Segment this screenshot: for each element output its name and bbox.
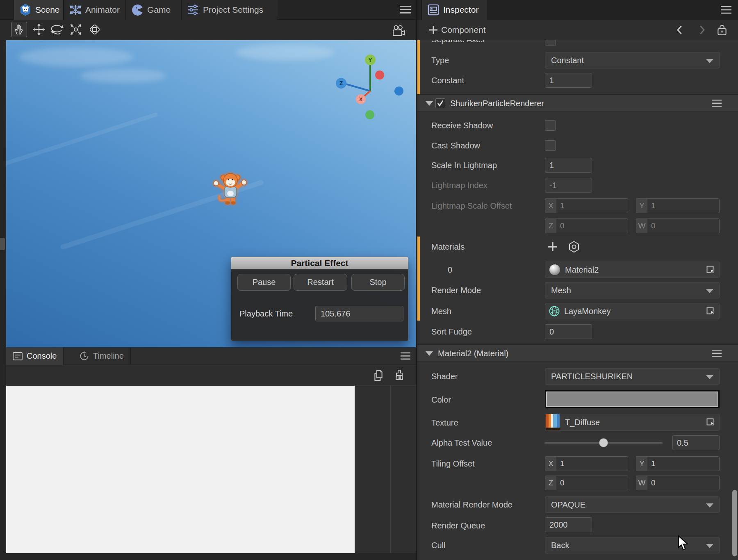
scene-viewport[interactable]: Y Z X Partical [6, 40, 416, 347]
camera-preview-button[interactable] [390, 23, 406, 39]
tiling-w-field[interactable]: W 0 [636, 476, 720, 490]
clear-console-icon[interactable] [394, 369, 405, 381]
console-output-area[interactable] [6, 386, 355, 553]
add-component-button[interactable]: Component [441, 20, 486, 40]
mesh-field[interactable]: LayaMonkey [545, 303, 720, 319]
tab-timeline[interactable]: Timeline [73, 347, 131, 365]
gizmo-neg-ball[interactable] [375, 71, 384, 80]
tab-game[interactable]: Game [126, 0, 181, 20]
section-menu-icon[interactable] [712, 100, 722, 107]
pick-resource-icon[interactable] [706, 418, 716, 428]
gizmo-toggle-button[interactable] [87, 22, 102, 37]
tab-console[interactable]: Console [6, 347, 64, 365]
lock-icon[interactable] [717, 24, 727, 36]
move-icon [33, 23, 45, 36]
scale-in-lightmap-label: Scale In Lightmap [431, 157, 497, 173]
history-forward-icon[interactable] [697, 25, 707, 35]
collapse-triangle-icon[interactable] [426, 351, 433, 356]
lso-w-field: W 0 [636, 219, 720, 233]
tab-animator[interactable]: Animator [64, 0, 126, 20]
console-bottom-strip [6, 553, 416, 560]
cast-shadow-checkbox[interactable] [545, 140, 556, 151]
orientation-gizmo[interactable]: Y Z X [328, 49, 410, 127]
material-render-mode-dropdown[interactable]: OPAQUE [545, 496, 720, 513]
hand-icon [14, 24, 25, 35]
particle-effect-dialog[interactable]: Partical Effect Pause Restart Stop Playb… [231, 257, 408, 341]
material-slot-field[interactable]: Material2 [545, 262, 720, 278]
gizmo-neg-ball[interactable] [394, 87, 403, 96]
history-back-icon[interactable] [675, 25, 685, 35]
sliders-icon [187, 5, 199, 15]
separate-axes-checkbox-clipped[interactable] [545, 40, 556, 46]
sort-fudge-input[interactable]: 0 [545, 324, 592, 339]
scale-in-lightmap-input[interactable]: 1 [545, 158, 592, 173]
tiling-y-field[interactable]: Y 1 [636, 456, 720, 471]
copy-log-icon[interactable] [373, 370, 384, 381]
inspector-panel-menu-icon[interactable] [721, 6, 731, 14]
add-component-icon[interactable] [429, 25, 438, 34]
alpha-test-slider-handle[interactable] [599, 438, 608, 447]
color-swatch[interactable] [545, 390, 720, 408]
tiling-x-value[interactable]: 1 [556, 457, 628, 471]
type-dropdown[interactable]: Constant [545, 52, 720, 68]
tiling-x-field[interactable]: X 1 [545, 456, 628, 471]
shader-dropdown[interactable]: PARTICLESHURIKEN [545, 368, 720, 385]
alpha-test-label: Alpha Test Value [431, 435, 492, 451]
texture-field[interactable]: T_Diffuse [545, 414, 720, 431]
monkey-character[interactable] [212, 171, 248, 207]
tab-label: Animator [85, 5, 120, 15]
dialog-title-bar[interactable]: Partical Effect [231, 257, 408, 269]
mouse-cursor [676, 535, 690, 551]
collapse-triangle-icon[interactable] [426, 101, 433, 106]
cull-dropdown[interactable]: Back [545, 537, 720, 553]
alpha-test-input[interactable]: 0.5 [672, 435, 720, 450]
tab-label: Game [147, 5, 171, 15]
section-title: Material2 (Material) [438, 345, 508, 362]
renderer-section-header[interactable]: ShurikenParticleRenderer [417, 94, 738, 112]
gizmo-z-label: Z [339, 80, 343, 87]
pick-resource-icon[interactable] [706, 307, 716, 316]
move-tool-button[interactable] [31, 22, 47, 37]
gizmo-neg-ball[interactable] [365, 110, 374, 119]
material-settings-icon[interactable] [568, 241, 580, 253]
render-mode-dropdown[interactable]: Mesh [545, 282, 720, 298]
pause-button[interactable]: Pause [237, 274, 291, 291]
scene-tab-bar: Scene Animator Game Project Settings [0, 0, 416, 20]
material-section-header[interactable]: Material2 (Material) [417, 344, 738, 362]
console-panel-menu-icon[interactable] [401, 352, 410, 360]
component-enabled-checkbox[interactable] [435, 98, 445, 108]
inspector-scrollbar-thumb[interactable] [732, 490, 737, 556]
tiling-z-field[interactable]: Z 0 [545, 476, 628, 490]
tiling-y-value[interactable]: 1 [647, 457, 719, 471]
tiling-w-value[interactable]: 0 [647, 476, 719, 490]
mesh-wireframe-icon [549, 305, 560, 317]
scene-toolbar [0, 20, 416, 40]
panel-collapse-handle[interactable] [0, 238, 5, 250]
playback-time-input[interactable]: 105.676 [315, 306, 403, 321]
playback-time-label: Playback Time [239, 306, 293, 321]
console-icon [13, 352, 23, 360]
constant-input[interactable]: 1 [545, 73, 592, 88]
frame-select-tool-button[interactable] [68, 22, 84, 37]
receive-shadow-checkbox[interactable] [545, 120, 556, 131]
hand-tool-button[interactable] [11, 22, 27, 37]
stop-button[interactable]: Stop [351, 274, 405, 291]
render-queue-input[interactable]: 2000 [545, 517, 592, 532]
tab-label: Project Settings [203, 5, 263, 15]
tab-inspector[interactable]: Inspector [421, 0, 488, 20]
cloud [236, 44, 334, 61]
tab-scene[interactable]: Scene [14, 0, 64, 20]
add-material-icon[interactable] [548, 242, 558, 252]
tiling-z-value[interactable]: 0 [556, 476, 628, 490]
lso-z-value: 0 [556, 219, 628, 233]
timeline-clock-icon [80, 351, 89, 361]
camera-icon [391, 25, 405, 37]
rotate-tool-button[interactable] [49, 22, 65, 37]
scene-panel-menu-icon[interactable] [400, 5, 411, 14]
section-menu-icon[interactable] [712, 350, 722, 357]
tab-project-settings[interactable]: Project Settings [181, 0, 277, 20]
tab-label: Timeline [93, 351, 124, 361]
restart-button[interactable]: Restart [294, 274, 347, 291]
console-gutter-divider [390, 386, 391, 553]
pick-resource-icon[interactable] [706, 265, 716, 275]
